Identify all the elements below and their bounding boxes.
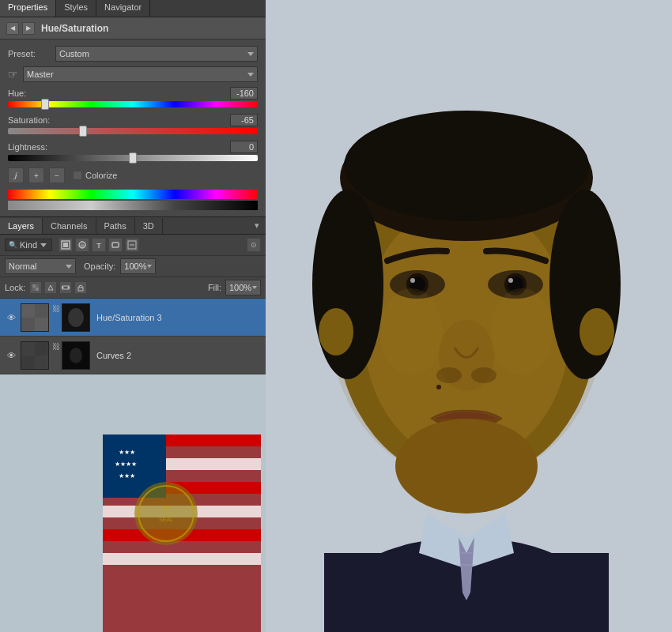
colorize-label: Colorize	[85, 171, 117, 180]
layer-item-hue-saturation-3[interactable]: 👁 ⛓ Hue/Saturation 3	[0, 299, 266, 337]
saturation-value[interactable]: -65	[230, 114, 258, 126]
svg-point-35	[410, 278, 415, 283]
filter-adjustment-icon[interactable]: ⊕	[75, 238, 89, 252]
svg-point-41	[436, 367, 462, 383]
saturation-slider-row: Saturation: -65	[8, 114, 258, 134]
spectrum-bar-bottom	[8, 201, 258, 210]
panel-icon-right[interactable]: ▶	[22, 22, 35, 35]
layers-panel: Layers Channels Paths 3D ▾ 🔍 Kind	[0, 217, 266, 374]
panel-body: Preset: Custom ☞ Master Hue: -160	[0, 40, 266, 216]
preset-label: Preset:	[8, 49, 55, 58]
lock-label: Lock:	[5, 283, 25, 292]
layers-panel-menu[interactable]: ▾	[248, 217, 266, 234]
svg-rect-58	[32, 288, 36, 291]
svg-point-13	[134, 482, 198, 545]
tab-3d[interactable]: 3D	[135, 218, 163, 234]
opacity-label: Opacity:	[84, 261, 115, 271]
lock-transform-icon[interactable]	[59, 281, 72, 294]
opacity-value[interactable]: 100%	[120, 258, 156, 274]
fill-value[interactable]: 100%	[225, 280, 261, 295]
filter-pixel-icon[interactable]	[59, 238, 73, 252]
layer-link-icon-2[interactable]: ⛓	[51, 341, 62, 352]
lock-all-icon[interactable]	[74, 281, 87, 294]
svg-point-29	[549, 190, 621, 379]
properties-panel: ◀ ▶ Hue/Saturation Preset: Custom ☞ Mast…	[0, 17, 266, 217]
tools-row: 𝒋 + − Colorize	[8, 167, 258, 183]
tab-paths[interactable]: Paths	[96, 218, 135, 234]
layer-mask-1	[62, 303, 90, 332]
svg-point-44	[379, 288, 443, 375]
gradient-bars	[8, 190, 258, 210]
lock-paint-icon[interactable]	[44, 281, 57, 294]
layer-name-1: Hue/Saturation 3	[96, 313, 261, 322]
preset-dropdown[interactable]: Custom	[55, 46, 258, 62]
svg-point-27	[344, 111, 589, 221]
fill-label: Fill:	[208, 283, 221, 292]
blend-mode-dropdown[interactable]: Normal	[5, 258, 76, 274]
layer-thumb-content-1	[21, 303, 49, 332]
filter-shape-icon[interactable]	[108, 238, 123, 252]
light-track[interactable]	[8, 155, 258, 161]
svg-point-42	[471, 367, 496, 383]
search-icon: 🔍	[9, 241, 17, 249]
lock-icons-group	[29, 281, 87, 294]
layer-name-2: Curves 2	[96, 351, 261, 360]
visibility-icon-layer1[interactable]: 👁	[5, 311, 17, 324]
svg-rect-56	[36, 288, 39, 291]
filter-toggle-btn[interactable]: ⊙	[247, 238, 261, 252]
tab-layers[interactable]: Layers	[0, 218, 43, 234]
colorize-checkbox[interactable]	[73, 171, 82, 180]
layer-mask-2	[62, 341, 90, 370]
tab-channels[interactable]: Channels	[43, 218, 96, 234]
layer-thumb-content-2	[21, 341, 49, 370]
layer-thumbs-2: ⛓	[21, 341, 92, 370]
panel-title-bar: ◀ ▶ Hue/Saturation	[0, 17, 266, 40]
panel-icon-left[interactable]: ◀	[6, 22, 19, 35]
hue-thumb[interactable]	[41, 99, 49, 110]
lock-transparent-icon[interactable]	[29, 281, 42, 294]
svg-point-30	[319, 308, 353, 356]
svg-rect-52	[112, 243, 119, 247]
sat-thumb[interactable]	[79, 126, 87, 137]
svg-point-60	[62, 287, 64, 289]
top-tab-bar: Properties Styles Navigator	[0, 0, 266, 17]
tab-properties[interactable]: Properties	[0, 0, 56, 17]
lightness-label: Lightness:	[8, 142, 47, 152]
layers-kind-dropdown[interactable]: 🔍 Kind	[5, 239, 52, 251]
sat-label-row: Saturation: -65	[8, 114, 258, 126]
svg-point-67	[68, 308, 84, 327]
light-thumb[interactable]	[129, 152, 137, 164]
colorize-check-group: Colorize	[73, 171, 117, 180]
eyedropper-tool[interactable]: 𝒋	[8, 167, 24, 183]
subtract-sample-tool[interactable]: −	[49, 167, 65, 183]
panel-title: Hue/Saturation	[41, 23, 108, 34]
svg-text:★: ★	[164, 504, 169, 511]
hue-slider-row: Hue: -160	[8, 87, 258, 107]
svg-rect-8	[103, 553, 261, 565]
svg-point-43	[395, 419, 538, 514]
svg-rect-64	[21, 304, 35, 318]
svg-point-72	[70, 348, 82, 363]
svg-point-28	[312, 190, 383, 379]
hue-track[interactable]	[8, 101, 258, 107]
svg-point-45	[490, 288, 553, 375]
preset-dropdown-arrow	[247, 52, 254, 56]
hue-value[interactable]: -160	[230, 87, 258, 100]
tab-styles[interactable]: Styles	[56, 0, 96, 17]
add-sample-tool[interactable]: +	[28, 167, 44, 183]
lightness-value[interactable]: 0	[230, 141, 258, 153]
sat-track[interactable]	[8, 128, 258, 134]
panel-icon-group: ◀ ▶	[6, 22, 35, 35]
channel-dropdown[interactable]: Master	[23, 66, 258, 82]
tab-navigator[interactable]: Navigator	[96, 0, 150, 17]
filter-smart-icon[interactable]	[125, 238, 139, 252]
layers-toolbar: 🔍 Kind ⊕ T ⊙	[0, 235, 266, 256]
filter-type-icon[interactable]: T	[92, 238, 106, 252]
svg-rect-62	[78, 288, 83, 291]
svg-point-39	[508, 278, 513, 283]
visibility-icon-layer2[interactable]: 👁	[5, 349, 17, 362]
svg-text:★★★: ★★★	[119, 472, 135, 480]
layer-link-icon-1[interactable]: ⛓	[51, 303, 62, 314]
svg-point-61	[68, 287, 70, 289]
layer-item-curves-2[interactable]: 👁 ⛓ Curves 2	[0, 337, 266, 374]
